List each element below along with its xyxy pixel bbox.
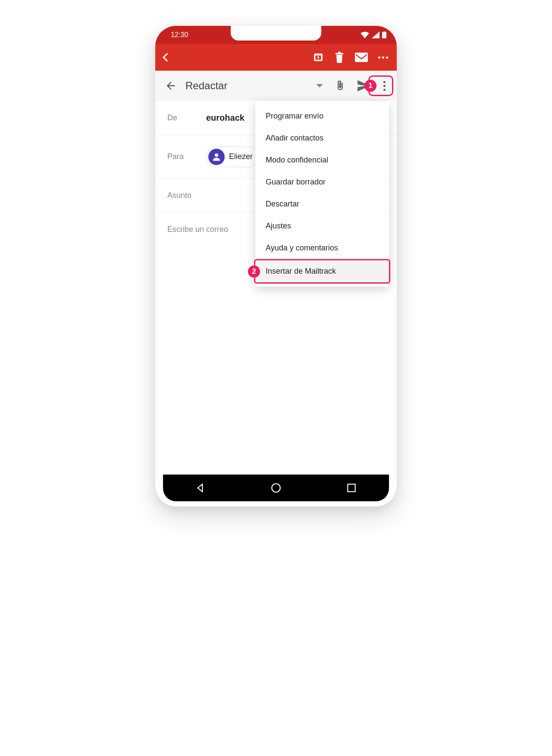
recipient-name: Eliezer bbox=[229, 152, 253, 161]
cellular-icon bbox=[372, 31, 380, 38]
phone-frame: 12:30 Redactar bbox=[155, 26, 397, 506]
svg-point-6 bbox=[272, 484, 280, 492]
svg-rect-0 bbox=[382, 32, 386, 38]
status-icons bbox=[361, 31, 386, 38]
status-bar: 12:30 bbox=[155, 26, 397, 44]
back-button[interactable] bbox=[164, 54, 170, 60]
svg-point-5 bbox=[215, 153, 218, 157]
chevron-left-icon bbox=[163, 53, 171, 62]
arrow-left-icon bbox=[165, 80, 177, 92]
avatar bbox=[208, 149, 225, 165]
app-toolbar bbox=[155, 44, 397, 71]
menu-discard[interactable]: Descartar bbox=[255, 193, 389, 215]
subject-label: Asunto bbox=[167, 191, 206, 200]
status-time: 12:30 bbox=[171, 31, 188, 39]
to-label: Para bbox=[167, 152, 206, 161]
menu-add-contacts[interactable]: Añadir contactos bbox=[255, 127, 389, 149]
menu-insert-mailtrack[interactable]: Insertar de Mailtrack 2 bbox=[254, 259, 390, 284]
compose-title: Redactar bbox=[185, 80, 307, 92]
svg-rect-4 bbox=[355, 53, 368, 62]
compose-content: De eurohack Para Eliezer Asunto Escribe … bbox=[155, 101, 397, 246]
android-nav-bar bbox=[163, 475, 389, 501]
callout-badge-2: 2 bbox=[248, 266, 260, 278]
battery-icon bbox=[382, 31, 386, 38]
svg-rect-7 bbox=[348, 484, 355, 491]
archive-icon[interactable] bbox=[313, 52, 324, 63]
from-label: De bbox=[167, 113, 206, 122]
body-placeholder: Escribe un correo bbox=[167, 225, 228, 234]
wifi-icon bbox=[361, 31, 369, 38]
menu-item-label: Insertar de Mailtrack bbox=[266, 267, 336, 275]
menu-settings[interactable]: Ajustes bbox=[255, 215, 389, 237]
from-value: eurohack bbox=[206, 113, 245, 123]
notch bbox=[231, 26, 321, 41]
compose-more-button[interactable] bbox=[382, 79, 387, 93]
mail-icon[interactable] bbox=[355, 53, 368, 62]
person-icon bbox=[211, 152, 222, 162]
menu-save-draft[interactable]: Guardar borrador bbox=[255, 171, 389, 193]
delete-icon[interactable] bbox=[334, 52, 345, 63]
nav-back-icon[interactable] bbox=[195, 482, 206, 494]
kebab-dot-icon bbox=[383, 81, 386, 83]
callout-badge-1: 1 bbox=[364, 80, 376, 92]
recipient-chip[interactable]: Eliezer bbox=[206, 147, 259, 167]
compose-overflow-menu: Programar envío Añadir contactos Modo co… bbox=[255, 101, 389, 287]
menu-help-feedback[interactable]: Ayuda y comentarios bbox=[255, 237, 389, 259]
menu-schedule-send[interactable]: Programar envío bbox=[255, 105, 389, 127]
attachment-icon[interactable] bbox=[334, 80, 346, 92]
kebab-dot-icon bbox=[383, 89, 386, 91]
menu-confidential-mode[interactable]: Modo confidencial bbox=[255, 149, 389, 171]
compose-bar: Redactar 1 bbox=[155, 71, 397, 101]
kebab-dot-icon bbox=[383, 85, 386, 87]
compose-back-button[interactable] bbox=[165, 80, 177, 92]
more-icon[interactable] bbox=[378, 56, 388, 59]
nav-home-icon[interactable] bbox=[270, 482, 282, 494]
nav-recent-icon[interactable] bbox=[346, 482, 357, 494]
svg-rect-1 bbox=[383, 31, 385, 32]
from-dropdown-icon[interactable] bbox=[316, 84, 323, 87]
